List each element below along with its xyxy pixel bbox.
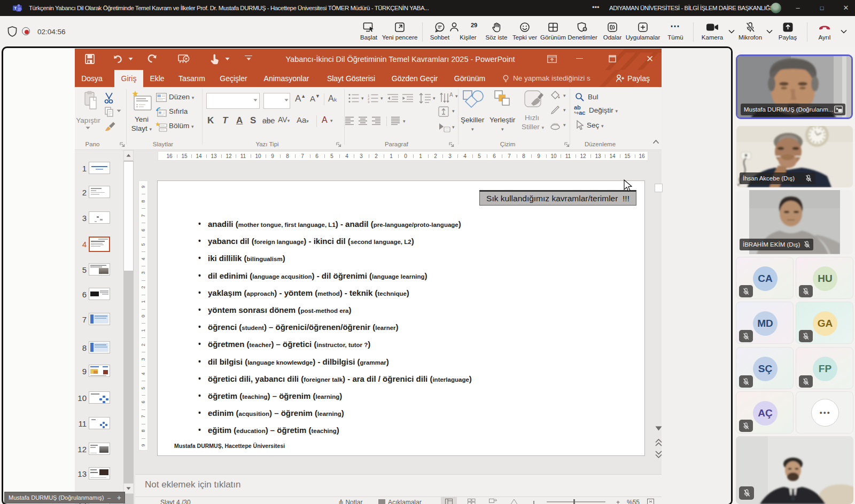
svg-text:3: 3 xyxy=(368,100,370,103)
svg-text:1: 1 xyxy=(368,94,370,97)
svg-text:A: A xyxy=(449,92,453,98)
svg-text:T: T xyxy=(14,6,17,11)
